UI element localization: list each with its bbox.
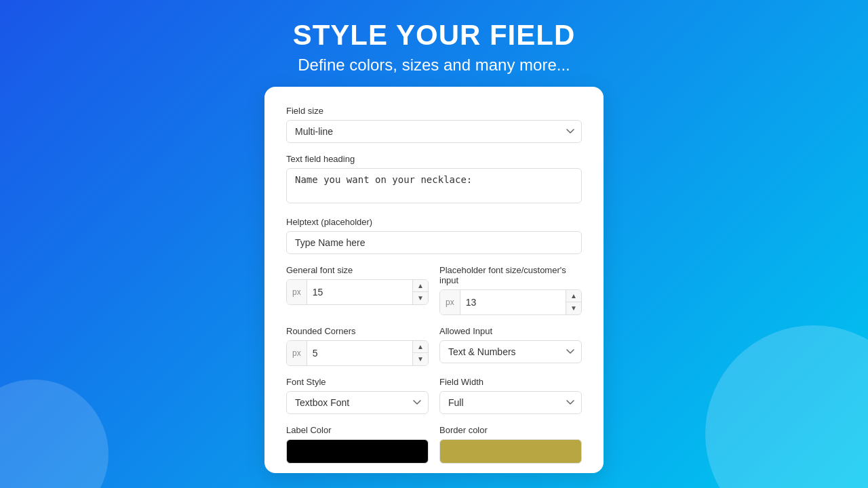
allowed-input-label: Allowed Input xyxy=(439,326,582,336)
corners-input-row: Rounded Corners px ▲ ▼ Allowed Input Tex… xyxy=(286,326,582,377)
text-field-heading-label: Text field heading xyxy=(286,154,582,164)
general-font-size-input[interactable] xyxy=(307,283,412,302)
general-font-size-up[interactable]: ▲ xyxy=(413,280,428,292)
rounded-corners-buttons: ▲ ▼ xyxy=(412,341,428,365)
rounded-corners-label: Rounded Corners xyxy=(286,326,429,336)
style-form-card: Field size Single-line Multi-line Text f… xyxy=(264,87,604,473)
rounded-corners-input[interactable] xyxy=(307,344,412,363)
rounded-corners-spinner: px ▲ ▼ xyxy=(286,340,429,366)
general-font-size-down[interactable]: ▼ xyxy=(413,292,428,304)
label-color-label: Label Color xyxy=(286,425,429,435)
placeholder-font-size-prefix: px xyxy=(440,290,460,314)
general-font-size-group: General font size px ▲ ▼ xyxy=(286,265,429,315)
placeholder-font-size-input[interactable] xyxy=(460,293,566,312)
field-size-label: Field size xyxy=(286,106,582,116)
font-style-width-row: Font Style Textbox Font Arial Field Widt… xyxy=(286,377,582,425)
rounded-corners-group: Rounded Corners px ▲ ▼ xyxy=(286,326,429,366)
field-width-group: Field Width Full Half xyxy=(439,377,582,414)
placeholder-font-size-group: Placeholder font size/customer's input p… xyxy=(439,265,582,315)
page-title: STYLE YOUR FIELD xyxy=(293,19,576,52)
bg-circle-right xyxy=(705,325,868,488)
border-color-group: Border color xyxy=(439,425,582,464)
rounded-corners-up[interactable]: ▲ xyxy=(413,341,428,353)
placeholder-font-size-buttons: ▲ ▼ xyxy=(566,290,581,314)
bg-circle-left xyxy=(0,380,108,488)
placeholder-font-size-spinner: px ▲ ▼ xyxy=(439,289,582,315)
page-header: STYLE YOUR FIELD Define colors, sizes an… xyxy=(293,0,576,87)
allowed-input-select[interactable]: Text Only Numbers Only Text & Numbers xyxy=(439,340,582,363)
helptext-label: Helptext (placeholder) xyxy=(286,217,582,227)
label-color-group: Label Color xyxy=(286,425,429,464)
text-field-heading-group: Text field heading Name you want on your… xyxy=(286,154,582,206)
rounded-corners-down[interactable]: ▼ xyxy=(413,353,428,365)
font-style-label: Font Style xyxy=(286,377,429,387)
label-border-color-row: Label Color Border color xyxy=(286,425,582,473)
field-size-select[interactable]: Single-line Multi-line xyxy=(286,120,582,143)
helptext-input[interactable] xyxy=(286,231,582,254)
field-width-select[interactable]: Full Half xyxy=(439,391,582,414)
page-subtitle: Define colors, sizes and many more... xyxy=(293,56,576,75)
general-font-size-label: General font size xyxy=(286,265,429,275)
field-width-label: Field Width xyxy=(439,377,582,387)
field-size-group: Field size Single-line Multi-line xyxy=(286,106,582,143)
general-font-size-prefix: px xyxy=(287,280,307,304)
rounded-corners-prefix: px xyxy=(287,341,307,365)
placeholder-font-size-down[interactable]: ▼ xyxy=(566,302,581,314)
helptext-group: Helptext (placeholder) xyxy=(286,217,582,254)
text-field-heading-input[interactable]: Name you want on your necklace: xyxy=(286,168,582,203)
border-color-swatch[interactable] xyxy=(439,439,582,464)
font-style-select[interactable]: Textbox Font Arial xyxy=(286,391,429,414)
placeholder-font-size-up[interactable]: ▲ xyxy=(566,290,581,302)
general-font-size-spinner: px ▲ ▼ xyxy=(286,279,429,305)
allowed-input-group: Allowed Input Text Only Numbers Only Tex… xyxy=(439,326,582,366)
label-color-swatch[interactable] xyxy=(286,439,429,464)
placeholder-font-size-label: Placeholder font size/customer's input xyxy=(439,265,582,285)
font-size-row: General font size px ▲ ▼ Placeholder fon… xyxy=(286,265,582,326)
border-color-label: Border color xyxy=(439,425,582,435)
general-font-size-buttons: ▲ ▼ xyxy=(412,280,428,304)
font-style-group: Font Style Textbox Font Arial xyxy=(286,377,429,414)
